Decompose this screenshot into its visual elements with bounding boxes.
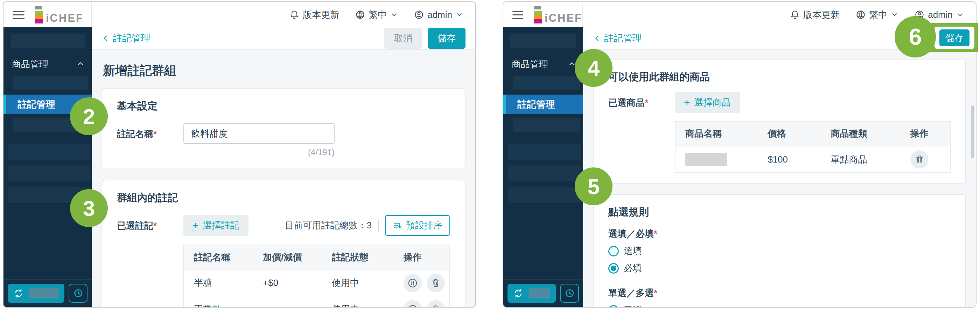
- ichef-logo: iCHEF: [35, 6, 84, 24]
- ichef-logo: iCHEF: [534, 6, 582, 24]
- sync-label-redacted: [29, 288, 59, 298]
- basic-settings-card: 基本設定 註記名稱* (4/191): [102, 88, 466, 169]
- step-badge-4: 4: [575, 49, 612, 87]
- breadcrumb-back-link[interactable]: 註記管理: [593, 32, 642, 45]
- single-multi-label: 單選／多選*: [608, 287, 951, 299]
- radio-on-icon: [608, 263, 619, 274]
- screenshot-canvas: iCHEF 版本更新 繁中 admin: [0, 0, 980, 309]
- note-name-label: 註記名稱*: [117, 123, 183, 157]
- notes-table: 註記名稱 加價/減價 註記狀態 操作 半糖 +$0 使用中: [183, 245, 450, 307]
- radio-optional[interactable]: 選填: [608, 245, 951, 257]
- user-icon: [414, 10, 424, 19]
- section-heading-notes: 群組內的註記: [117, 191, 450, 205]
- group-notes-card: 群組內的註記 已選註記* +選擇註記 目前可用註記總數：3: [102, 180, 466, 307]
- radio-off-icon: [608, 246, 619, 256]
- radio-off-icon: [608, 305, 619, 307]
- menu-hamburger-icon[interactable]: [13, 11, 24, 19]
- sidebar-group-products[interactable]: 商品管理: [503, 56, 583, 72]
- chevron-left-icon: [593, 34, 601, 42]
- history-button[interactable]: [560, 284, 579, 303]
- version-update-button[interactable]: 版本更新: [790, 9, 840, 21]
- sidebar-footer: [3, 279, 92, 307]
- sidebar-item-redacted[interactable]: [510, 34, 576, 48]
- page-content: 新增註記群組 基本設定 註記名稱* (4/191): [92, 50, 475, 307]
- sidebar-item-redacted[interactable]: [513, 76, 580, 90]
- bell-icon: [790, 10, 800, 19]
- sidebar-nav: 商品管理 註記管理: [503, 27, 583, 307]
- plus-icon: +: [192, 222, 199, 229]
- sync-button[interactable]: [508, 284, 556, 303]
- radio-single[interactable]: 單選: [608, 304, 951, 307]
- app-header: iCHEF 版本更新 繁中 admin: [3, 2, 475, 27]
- scrollbar-thumb[interactable]: [971, 106, 974, 158]
- chevron-down-icon: [956, 11, 964, 19]
- sidebar-item-redacted[interactable]: [8, 165, 90, 181]
- selected-notes-label: 已選註記*: [117, 215, 183, 307]
- window-left: iCHEF 版本更新 繁中 admin: [3, 2, 476, 307]
- selected-products-label: 已選商品*: [608, 92, 675, 173]
- version-update-button[interactable]: 版本更新: [290, 9, 339, 21]
- pause-circle-icon: [407, 278, 418, 288]
- ichef-logo-bars-icon: [35, 6, 43, 24]
- delete-note-button[interactable]: [426, 274, 445, 292]
- user-menu[interactable]: admin: [414, 10, 463, 20]
- product-name-redacted: [685, 153, 727, 166]
- table-row: 正常糖 -- 使用中: [184, 296, 449, 307]
- chevron-down-icon: [891, 11, 899, 19]
- table-row: $100 單點商品: [676, 146, 950, 172]
- sync-button[interactable]: [8, 284, 64, 303]
- sidebar-group-products[interactable]: 商品管理: [3, 56, 92, 72]
- add-notes-button[interactable]: +選擇註記: [183, 215, 248, 236]
- sidebar-item-redacted[interactable]: [508, 187, 581, 203]
- note-name-input[interactable]: [183, 123, 335, 144]
- language-selector[interactable]: 繁中: [355, 9, 398, 21]
- history-button[interactable]: [68, 284, 88, 303]
- menu-hamburger-icon[interactable]: [512, 11, 523, 19]
- sidebar-item-redacted[interactable]: [513, 118, 580, 132]
- sidebar-item-redacted[interactable]: [8, 144, 90, 160]
- chevron-down-icon: [456, 11, 463, 19]
- save-button[interactable]: 儲存: [428, 28, 466, 49]
- chevron-left-icon: [102, 34, 110, 42]
- bell-icon: [290, 10, 299, 19]
- sort-icon: [393, 221, 402, 231]
- radio-required[interactable]: 必填: [608, 262, 951, 274]
- sync-icon: [513, 288, 523, 298]
- page-content: 可以使用此群組的商品 已選商品* +選擇商品 商品名稱 價格: [583, 50, 976, 307]
- char-counter: (4/191): [183, 147, 335, 157]
- page-title: 新增註記群組: [103, 62, 466, 79]
- default-sort-button[interactable]: 預設排序: [385, 215, 450, 236]
- pause-note-button[interactable]: [404, 274, 422, 292]
- trash-icon: [431, 278, 441, 288]
- sidebar-item-redacted[interactable]: [508, 165, 581, 181]
- step-badge-5: 5: [575, 168, 612, 205]
- products-table: 商品名稱 價格 商品種類 操作 $100 單點商品: [675, 121, 951, 173]
- brand-text: iCHEF: [545, 13, 582, 24]
- header-actions: 版本更新 繁中 admin: [290, 9, 475, 21]
- sidebar-item-redacted[interactable]: [13, 76, 88, 90]
- clock-history-icon: [72, 288, 84, 299]
- save-button[interactable]: 儲存: [939, 29, 969, 46]
- header-actions: 版本更新 繁中 admin: [790, 9, 976, 21]
- language-selector[interactable]: 繁中: [856, 9, 899, 21]
- step-badge-6: 6: [895, 16, 936, 58]
- globe-icon: [355, 10, 365, 19]
- breadcrumb-bar: 註記管理 取消 儲存: [92, 27, 475, 50]
- step-badge-3: 3: [70, 189, 108, 227]
- sync-icon: [13, 288, 24, 298]
- sidebar-item-note-management[interactable]: 註記管理: [503, 94, 583, 114]
- delete-note-button[interactable]: [426, 300, 445, 307]
- breadcrumb-back-link[interactable]: 註記管理: [102, 32, 151, 45]
- products-table-header: 商品名稱 價格 商品種類 操作: [676, 122, 950, 146]
- delete-product-button[interactable]: [910, 150, 929, 168]
- brand-text: iCHEF: [46, 13, 84, 24]
- header-brand-area: iCHEF: [3, 2, 92, 27]
- cancel-button[interactable]: 取消: [384, 28, 422, 49]
- pause-note-button[interactable]: [404, 300, 422, 307]
- sidebar-item-redacted[interactable]: [11, 34, 85, 48]
- add-products-button[interactable]: +選擇商品: [675, 92, 740, 113]
- section-heading-rules: 點選規則: [608, 205, 951, 219]
- pause-circle-icon: [407, 304, 418, 307]
- sidebar-item-redacted[interactable]: [508, 144, 581, 160]
- header-brand-area: iCHEF: [503, 2, 583, 27]
